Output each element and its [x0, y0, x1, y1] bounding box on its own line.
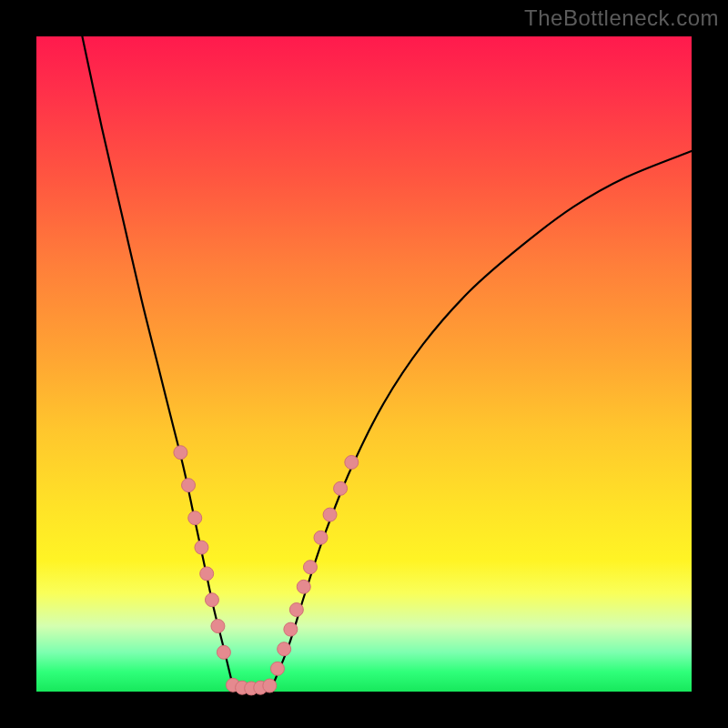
watermark-text: TheBottleneck.com	[524, 5, 719, 31]
curve-layer	[36, 36, 692, 692]
marker-dot	[284, 622, 298, 636]
curve-left-branch	[82, 36, 233, 686]
marker-dot	[188, 511, 202, 525]
marker-dot	[278, 642, 291, 656]
marker-dot	[174, 446, 187, 460]
marker-dot	[297, 580, 310, 593]
plot-area	[36, 36, 692, 692]
marker-dot	[334, 481, 348, 495]
marker-dot	[217, 645, 230, 659]
marker-dot	[263, 679, 277, 693]
marker-dot	[314, 531, 328, 544]
chart-frame: TheBottleneck.com	[0, 0, 728, 728]
marker-dot	[289, 603, 303, 617]
marker-dot	[211, 620, 225, 633]
curve-right-branch	[272, 151, 692, 686]
marker-dot	[345, 456, 359, 470]
marker-dots	[174, 446, 359, 695]
marker-dot	[182, 479, 196, 492]
marker-dot	[200, 567, 214, 581]
marker-dot	[195, 541, 208, 554]
marker-dot	[303, 561, 317, 574]
marker-dot	[270, 662, 284, 675]
marker-dot	[323, 508, 337, 521]
marker-dot	[205, 593, 218, 607]
